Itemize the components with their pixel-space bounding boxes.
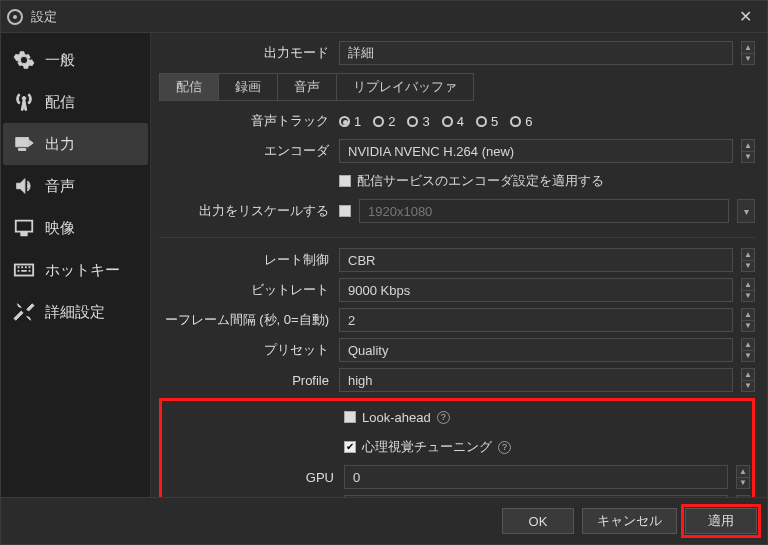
sidebar: 一般 配信 出力 音声 映像 ホットキー xyxy=(1,33,151,497)
sidebar-item-audio[interactable]: 音声 xyxy=(3,165,148,207)
output-mode-select[interactable]: 詳細 xyxy=(339,41,733,65)
help-icon[interactable]: ? xyxy=(437,411,450,424)
bitrate-stepper[interactable]: ▲▼ xyxy=(741,278,755,302)
rate-control-select[interactable]: CBR xyxy=(339,248,733,272)
profile-stepper[interactable]: ▲▼ xyxy=(741,368,755,392)
rescale-label: 出力をリスケールする xyxy=(159,202,339,220)
sidebar-item-video[interactable]: 映像 xyxy=(3,207,148,249)
sidebar-item-label: 映像 xyxy=(45,219,75,238)
keyint-stepper[interactable]: ▲▼ xyxy=(741,308,755,332)
audio-track-label: 音声トラック xyxy=(159,112,339,130)
psycho-visual-checkbox[interactable]: ✔ 心理視覚チューニング ? xyxy=(344,438,511,456)
ok-button[interactable]: OK xyxy=(502,508,574,534)
sidebar-item-label: 音声 xyxy=(45,177,75,196)
preset-select[interactable]: Quality xyxy=(339,338,733,362)
keyint-input[interactable]: 2 xyxy=(339,308,733,332)
gear-icon xyxy=(13,49,35,71)
close-icon[interactable]: ✕ xyxy=(729,1,761,32)
enforce-service-label: 配信サービスのエンコーダ設定を適用する xyxy=(357,172,604,190)
audio-track-radio-6[interactable]: 6 xyxy=(510,114,532,129)
window-title: 設定 xyxy=(31,8,57,26)
apply-button[interactable]: 適用 xyxy=(685,508,757,534)
sidebar-item-general[interactable]: 一般 xyxy=(3,39,148,81)
output-mode-stepper[interactable]: ▲▼ xyxy=(741,41,755,65)
gpu-label: GPU xyxy=(164,470,344,485)
encoder-stepper[interactable]: ▲▼ xyxy=(741,139,755,163)
output-mode-label: 出力モード xyxy=(159,44,339,62)
output-tabs: 配信 録画 音声 リプレイバッファ xyxy=(159,73,755,101)
sidebar-item-stream[interactable]: 配信 xyxy=(3,81,148,123)
tools-icon xyxy=(13,301,35,323)
tab-replay-buffer[interactable]: リプレイバッファ xyxy=(337,73,474,101)
rescale-checkbox[interactable] xyxy=(339,205,351,217)
encoder-label: エンコーダ xyxy=(159,142,339,160)
bitrate-label: ビットレート xyxy=(159,281,339,299)
tab-stream[interactable]: 配信 xyxy=(159,73,219,101)
antenna-icon xyxy=(13,91,35,113)
audio-track-radio-2[interactable]: 2 xyxy=(373,114,395,129)
rescale-dropdown-icon: ▾ xyxy=(737,199,755,223)
sidebar-item-label: 一般 xyxy=(45,51,75,70)
audio-track-radio-3[interactable]: 3 xyxy=(407,114,429,129)
gpu-input[interactable]: 0 xyxy=(344,465,728,489)
titlebar: 設定 ✕ xyxy=(1,1,767,33)
settings-window: 設定 ✕ 一般 配信 出力 音声 映像 xyxy=(0,0,768,545)
audio-track-radio-1[interactable]: 1 xyxy=(339,114,361,129)
keyboard-icon xyxy=(13,259,35,281)
bitrate-input[interactable]: 9000 Kbps xyxy=(339,278,733,302)
rate-control-stepper[interactable]: ▲▼ xyxy=(741,248,755,272)
look-ahead-checkbox[interactable]: Look-ahead ? xyxy=(344,410,450,425)
app-icon xyxy=(7,9,23,25)
psycho-visual-label: 心理視覚チューニング xyxy=(362,438,492,456)
profile-label: Profile xyxy=(159,373,339,388)
help-icon[interactable]: ? xyxy=(498,441,511,454)
content-pane: 出力モード 詳細 ▲▼ 配信 録画 音声 リプレイバッファ 音声トラック 1 2… xyxy=(151,33,767,497)
enforce-service-checkbox[interactable]: 配信サービスのエンコーダ設定を適用する xyxy=(339,172,604,190)
preset-label: プリセット xyxy=(159,341,339,359)
monitor-icon xyxy=(13,217,35,239)
sidebar-item-label: 出力 xyxy=(45,135,75,154)
speaker-icon xyxy=(13,175,35,197)
audio-track-radio-5[interactable]: 5 xyxy=(476,114,498,129)
sidebar-item-label: 配信 xyxy=(45,93,75,112)
highlight-box: Look-ahead ? ✔ 心理視覚チューニング ? xyxy=(159,398,755,497)
sidebar-item-output[interactable]: 出力 xyxy=(3,123,148,165)
audio-track-radios: 1 2 3 4 5 6 xyxy=(339,114,755,129)
keyint-label: ーフレーム間隔 (秒, 0=自動) xyxy=(159,311,339,329)
profile-select[interactable]: high xyxy=(339,368,733,392)
rate-control-label: レート制御 xyxy=(159,251,339,269)
rescale-select: 1920x1080 xyxy=(359,199,729,223)
encoder-select[interactable]: NVIDIA NVENC H.264 (new) xyxy=(339,139,733,163)
sidebar-item-advanced[interactable]: 詳細設定 xyxy=(3,291,148,333)
footer: OK キャンセル 適用 xyxy=(1,497,767,544)
look-ahead-label: Look-ahead xyxy=(362,410,431,425)
audio-track-radio-4[interactable]: 4 xyxy=(442,114,464,129)
preset-stepper[interactable]: ▲▼ xyxy=(741,338,755,362)
sidebar-item-hotkeys[interactable]: ホットキー xyxy=(3,249,148,291)
cancel-button[interactable]: キャンセル xyxy=(582,508,677,534)
sidebar-item-label: ホットキー xyxy=(45,261,120,280)
tab-recording[interactable]: 録画 xyxy=(219,73,278,101)
gpu-stepper[interactable]: ▲▼ xyxy=(736,465,750,489)
sidebar-item-label: 詳細設定 xyxy=(45,303,105,322)
encoder-settings-section: レート制御 CBR ▲▼ ビットレート 9000 Kbps ▲▼ ーフレーム間隔… xyxy=(159,237,755,497)
output-icon xyxy=(13,133,35,155)
tab-audio[interactable]: 音声 xyxy=(278,73,337,101)
